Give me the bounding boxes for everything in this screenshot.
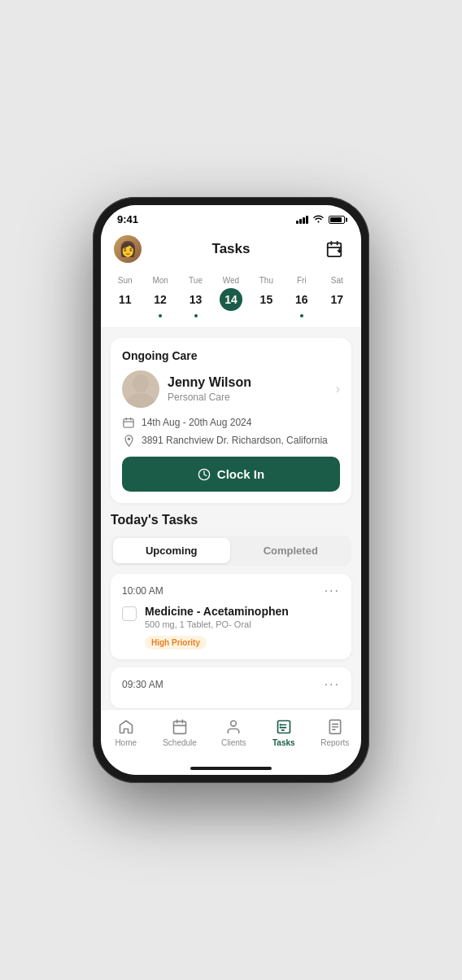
patient-row[interactable]: Jenny Wilson Personal Care › bbox=[122, 370, 340, 408]
task-desc-1: 500 mg, 1 Tablet, PO- Oral bbox=[145, 619, 340, 629]
task-details-1: Medicine - Acetaminophen 500 mg, 1 Table… bbox=[145, 605, 340, 650]
task-checkbox-1[interactable] bbox=[122, 606, 137, 621]
day-dot bbox=[300, 314, 303, 317]
nav-item-tasks[interactable]: Tasks bbox=[264, 715, 303, 750]
wifi-icon bbox=[313, 215, 324, 225]
svg-point-5 bbox=[133, 374, 149, 392]
day-dot bbox=[159, 314, 162, 317]
main-content: Ongoing Care Jenny Wilson Personal Care bbox=[101, 328, 361, 709]
patient-care-type: Personal Care bbox=[168, 392, 328, 403]
nav-item-reports[interactable]: Reports bbox=[314, 715, 355, 750]
calendar-day-mon[interactable]: Mon 12 bbox=[149, 276, 172, 317]
nav-item-home[interactable]: Home bbox=[107, 715, 146, 750]
location-icon bbox=[122, 434, 135, 447]
clients-icon bbox=[224, 718, 242, 736]
address-text: 3891 Ranchview Dr. Richardson, Californi… bbox=[142, 435, 328, 446]
patient-info: Jenny Wilson Personal Care bbox=[168, 375, 328, 403]
task-card-1: 10:00 AM ··· Medicine - Acetaminophen 50… bbox=[111, 574, 351, 659]
battery-icon bbox=[329, 216, 345, 224]
task-time-1: 10:00 AM bbox=[122, 585, 163, 597]
calendar-day-sat[interactable]: Sat 17 bbox=[325, 276, 348, 317]
nav-item-schedule[interactable]: Schedule bbox=[156, 715, 203, 750]
page-title: Tasks bbox=[212, 241, 251, 257]
patient-avatar bbox=[122, 370, 159, 408]
clock-in-button[interactable]: Clock In bbox=[122, 457, 340, 492]
calendar-icon bbox=[122, 416, 135, 429]
calendar-day-tue[interactable]: Tue 13 bbox=[185, 276, 207, 317]
svg-point-6 bbox=[126, 393, 155, 408]
calendar-day-fri[interactable]: Fri 16 bbox=[290, 276, 313, 317]
schedule-icon bbox=[171, 718, 189, 736]
home-bar bbox=[190, 767, 272, 770]
task-card-2: 09:30 AM ··· bbox=[111, 667, 351, 708]
task-name-1: Medicine - Acetaminophen bbox=[145, 605, 340, 618]
svg-point-17 bbox=[231, 721, 237, 727]
priority-badge: High Priority bbox=[145, 636, 207, 650]
more-options-button-1[interactable]: ··· bbox=[325, 584, 340, 598]
calendar-day-thu[interactable]: Thu 15 bbox=[255, 276, 277, 317]
phone-frame: 9:41 bbox=[93, 197, 369, 783]
calendar-day-sun[interactable]: Sun 11 bbox=[114, 276, 137, 317]
phone-screen: 9:41 bbox=[101, 205, 361, 775]
nav-label-home: Home bbox=[115, 738, 137, 747]
chevron-right-icon: › bbox=[336, 382, 340, 396]
calendar-week: Sun 11 Mon 12 Tue 13 Wed 14 bbox=[101, 271, 361, 328]
date-range-row: 14th Aug - 20th Aug 2024 bbox=[122, 416, 340, 429]
task-card-2-header: 09:30 AM ··· bbox=[122, 677, 340, 692]
nav-label-clients: Clients bbox=[221, 738, 246, 747]
nav-label-reports: Reports bbox=[320, 738, 349, 747]
ongoing-care-card: Ongoing Care Jenny Wilson Personal Care bbox=[111, 338, 351, 503]
svg-rect-7 bbox=[124, 419, 133, 428]
tab-switcher: Upcoming Completed bbox=[111, 536, 351, 566]
calendar-export-button[interactable] bbox=[320, 235, 348, 263]
todays-tasks-title: Today's Tasks bbox=[111, 513, 351, 527]
nav-label-schedule: Schedule bbox=[163, 738, 197, 747]
tab-upcoming[interactable]: Upcoming bbox=[113, 538, 230, 563]
tasks-icon bbox=[275, 718, 293, 736]
task-body: Medicine - Acetaminophen 500 mg, 1 Table… bbox=[122, 605, 340, 650]
task-time-2: 09:30 AM bbox=[122, 679, 163, 690]
todays-tasks-section: Today's Tasks Upcoming Completed 10:00 A… bbox=[111, 513, 351, 708]
task-card-header: 10:00 AM ··· bbox=[122, 584, 340, 598]
care-details: 14th Aug - 20th Aug 2024 3891 Ranchview … bbox=[122, 416, 340, 447]
nav-item-clients[interactable]: Clients bbox=[214, 715, 253, 750]
scroll-content[interactable]: 👩 Tasks Sun 1 bbox=[101, 229, 361, 709]
status-bar: 9:41 bbox=[101, 205, 361, 229]
ongoing-care-title: Ongoing Care bbox=[122, 349, 340, 362]
patient-name: Jenny Wilson bbox=[168, 375, 328, 390]
calendar-day-wed[interactable]: Wed 14 bbox=[220, 276, 242, 317]
avatar[interactable]: 👩 bbox=[114, 235, 142, 263]
nav-label-tasks: Tasks bbox=[272, 738, 295, 747]
status-time: 9:41 bbox=[117, 213, 138, 225]
more-options-button-2[interactable]: ··· bbox=[325, 677, 340, 692]
app-header: 👩 Tasks bbox=[101, 229, 361, 271]
reports-icon bbox=[326, 718, 344, 736]
home-icon bbox=[117, 718, 135, 736]
svg-rect-13 bbox=[174, 721, 186, 733]
svg-point-11 bbox=[127, 437, 130, 440]
address-row: 3891 Ranchview Dr. Richardson, Californi… bbox=[122, 434, 340, 447]
day-dot bbox=[194, 314, 198, 317]
signal-icon bbox=[296, 216, 308, 224]
home-indicator bbox=[101, 763, 361, 775]
bottom-nav: Home Schedule bbox=[101, 709, 361, 763]
status-icons bbox=[296, 215, 345, 225]
date-range-text: 14th Aug - 20th Aug 2024 bbox=[142, 417, 251, 428]
tab-completed[interactable]: Completed bbox=[233, 538, 350, 563]
